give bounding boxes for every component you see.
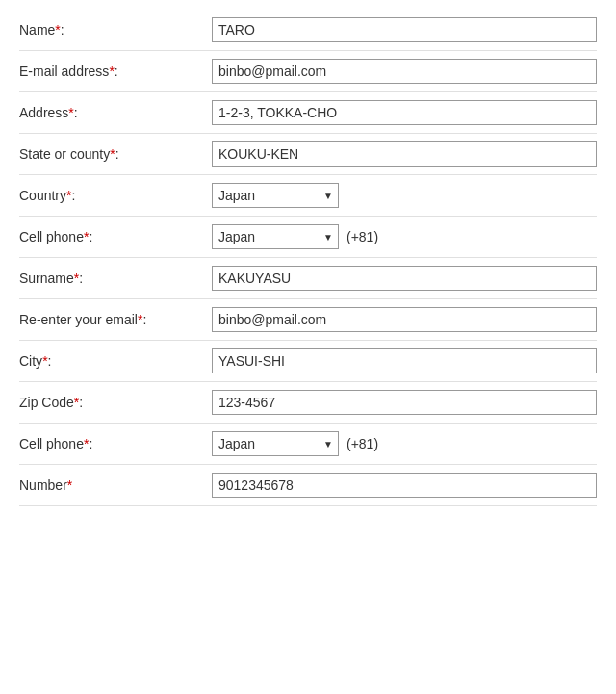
cell-phone-2-phone-row: Japan United States United Kingdom China… [212, 431, 597, 456]
address-input-wrapper [212, 100, 597, 125]
name-label: Name*: [19, 22, 212, 38]
address-row: Address*: [19, 92, 597, 134]
email-input[interactable] [212, 59, 597, 84]
cell-phone-1-phone-row: Japan United States United Kingdom China… [212, 224, 597, 249]
cell-phone-2-required: * [84, 436, 89, 451]
country-select-wrapper: Japan United States United Kingdom China… [212, 183, 339, 208]
cell-phone-2-input-wrapper: Japan United States United Kingdom China… [212, 431, 597, 456]
email-row: E-mail address*: [19, 51, 597, 92]
zip-input[interactable] [212, 390, 597, 415]
zip-row: Zip Code*: [19, 382, 597, 424]
surname-input[interactable] [212, 266, 597, 291]
zip-input-wrapper [212, 390, 597, 415]
zip-label: Zip Code*: [19, 395, 212, 410]
address-label: Address*: [19, 105, 212, 120]
state-required: * [110, 146, 115, 162]
number-row: Number* [19, 465, 597, 506]
cell-phone-2-code: (+81) [346, 436, 378, 451]
number-input[interactable] [212, 473, 597, 498]
cell-phone-1-row: Cell phone*: Japan United States United … [19, 217, 597, 258]
surname-label: Surname*: [19, 270, 212, 286]
state-input[interactable] [212, 141, 597, 167]
re-email-required: * [138, 312, 142, 327]
cell-phone-1-input-wrapper: Japan United States United Kingdom China… [212, 224, 597, 249]
address-input[interactable] [212, 100, 597, 125]
cell-phone-1-required: * [84, 229, 89, 244]
re-email-label: Re-enter your email*: [19, 312, 212, 327]
country-required: * [66, 188, 71, 203]
state-row: State or county*: [19, 134, 597, 175]
number-required: * [67, 477, 72, 493]
cell-phone-2-country-select[interactable]: Japan United States United Kingdom China… [212, 431, 339, 456]
address-required: * [68, 105, 73, 120]
city-label: City*: [19, 353, 212, 369]
name-row: Name*: [19, 10, 597, 51]
re-email-input-wrapper [212, 307, 597, 332]
state-input-wrapper [212, 141, 597, 167]
name-input[interactable] [212, 17, 597, 42]
city-row: City*: [19, 341, 597, 382]
cell-phone-2-row: Cell phone*: Japan United States United … [19, 424, 597, 465]
email-label: E-mail address*: [19, 64, 212, 79]
surname-row: Surname*: [19, 258, 597, 299]
zip-required: * [74, 395, 79, 410]
city-required: * [42, 353, 47, 369]
re-email-row: Re-enter your email*: [19, 299, 597, 341]
country-label: Country*: [19, 188, 212, 203]
name-required: * [55, 22, 60, 38]
city-input[interactable] [212, 348, 597, 373]
number-label: Number* [19, 477, 212, 493]
email-input-wrapper [212, 59, 597, 84]
name-input-wrapper [212, 17, 597, 42]
city-input-wrapper [212, 348, 597, 373]
number-input-wrapper [212, 473, 597, 498]
country-select[interactable]: Japan United States United Kingdom China… [212, 183, 339, 208]
surname-required: * [74, 270, 79, 286]
state-label: State or county*: [19, 146, 212, 162]
cell-phone-1-select-wrapper: Japan United States United Kingdom China… [212, 224, 339, 249]
cell-phone-1-country-select[interactable]: Japan United States United Kingdom China… [212, 224, 339, 249]
cell-phone-1-code: (+81) [346, 229, 378, 244]
registration-form: Name*: E-mail address*: Address*: State … [19, 10, 597, 506]
cell-phone-2-select-wrapper: Japan United States United Kingdom China… [212, 431, 339, 456]
email-required: * [109, 64, 114, 79]
surname-input-wrapper [212, 266, 597, 291]
cell-phone-2-label: Cell phone*: [19, 436, 212, 451]
country-input-wrapper: Japan United States United Kingdom China… [212, 183, 597, 208]
re-email-input[interactable] [212, 307, 597, 332]
cell-phone-1-label: Cell phone*: [19, 229, 212, 244]
country-row: Country*: Japan United States United Kin… [19, 175, 597, 217]
